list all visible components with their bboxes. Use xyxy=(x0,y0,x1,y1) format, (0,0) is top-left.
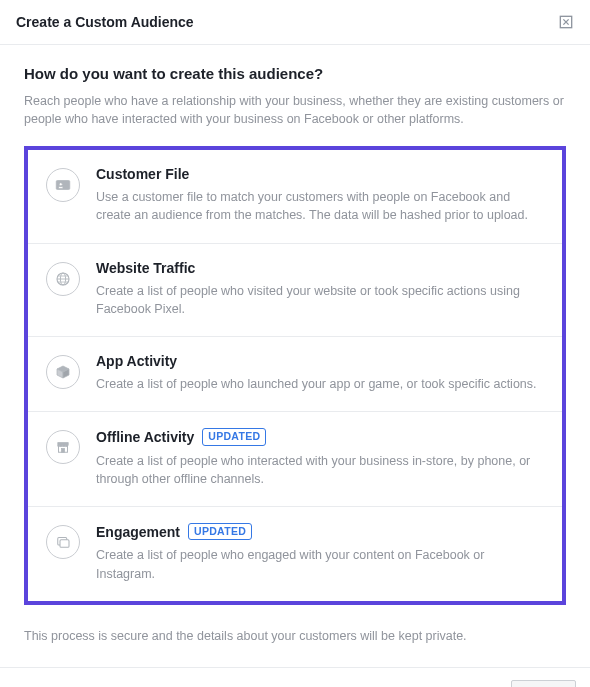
option-text: Engagement UPDATED Create a list of peop… xyxy=(96,523,544,583)
svg-rect-3 xyxy=(59,187,64,189)
id-card-icon xyxy=(46,168,80,202)
options-list: Customer File Use a customer file to mat… xyxy=(24,146,566,604)
option-title: Offline Activity xyxy=(96,429,194,445)
svg-rect-10 xyxy=(62,448,65,452)
close-icon xyxy=(559,15,573,29)
store-icon xyxy=(46,430,80,464)
question-heading: How do you want to create this audience? xyxy=(24,65,566,82)
cancel-button[interactable]: Cancel xyxy=(511,680,576,687)
option-desc: Create a list of people who visited your… xyxy=(96,282,544,318)
globe-icon xyxy=(46,262,80,296)
updated-badge: UPDATED xyxy=(188,523,252,541)
option-title: Customer File xyxy=(96,166,189,182)
option-desc: Create a list of people who engaged with… xyxy=(96,546,544,582)
option-engagement[interactable]: Engagement UPDATED Create a list of peop… xyxy=(28,507,562,601)
cards-icon xyxy=(46,525,80,559)
option-offline-activity[interactable]: Offline Activity UPDATED Create a list o… xyxy=(28,412,562,507)
option-text: Offline Activity UPDATED Create a list o… xyxy=(96,428,544,488)
option-desc: Use a customer file to match your custom… xyxy=(96,188,544,224)
option-title: Website Traffic xyxy=(96,260,195,276)
modal-footer: Cancel xyxy=(0,667,590,687)
option-website-traffic[interactable]: Website Traffic Create a list of people … xyxy=(28,244,562,337)
option-text: Customer File Use a customer file to mat… xyxy=(96,166,544,224)
option-title: App Activity xyxy=(96,353,177,369)
svg-rect-12 xyxy=(60,540,69,548)
option-customer-file[interactable]: Customer File Use a customer file to mat… xyxy=(28,150,562,243)
option-desc: Create a list of people who launched you… xyxy=(96,375,544,393)
modal-body: How do you want to create this audience?… xyxy=(0,45,590,615)
option-text: App Activity Create a list of people who… xyxy=(96,353,544,393)
option-app-activity[interactable]: App Activity Create a list of people who… xyxy=(28,337,562,412)
option-text: Website Traffic Create a list of people … xyxy=(96,260,544,318)
option-desc: Create a list of people who interacted w… xyxy=(96,452,544,488)
option-title: Engagement xyxy=(96,524,180,540)
updated-badge: UPDATED xyxy=(202,428,266,446)
cube-icon xyxy=(46,355,80,389)
question-subtext: Reach people who have a relationship wit… xyxy=(24,92,566,128)
close-button[interactable] xyxy=(558,14,574,30)
modal-header: Create a Custom Audience xyxy=(0,0,590,45)
privacy-footnote: This process is secure and the details a… xyxy=(24,629,566,643)
svg-point-2 xyxy=(59,183,62,186)
modal-title: Create a Custom Audience xyxy=(16,14,194,30)
